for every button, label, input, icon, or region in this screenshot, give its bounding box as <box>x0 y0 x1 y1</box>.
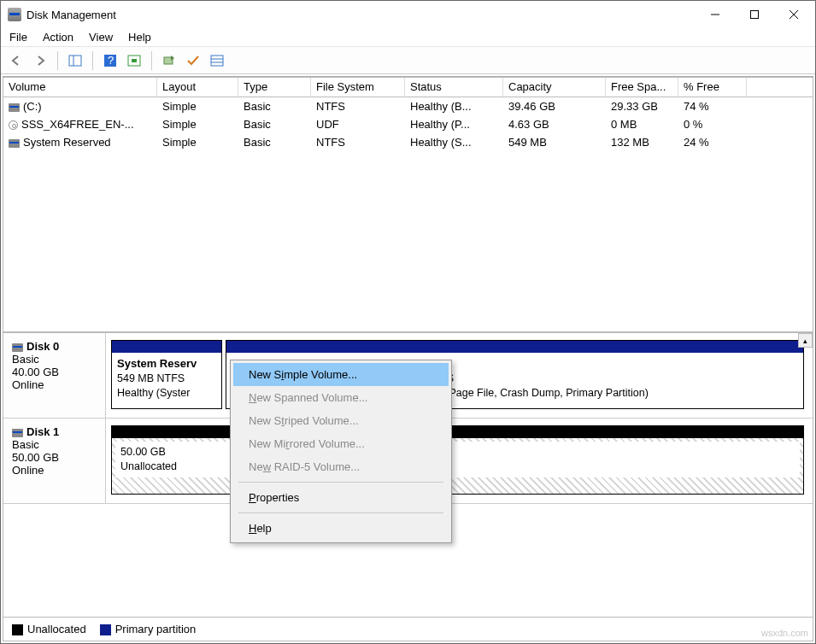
ctx-new-spanned-volume: New Spanned Volume... <box>233 386 449 409</box>
volume-list[interactable]: (C:)SimpleBasicNTFSHealthy (B...39.46 GB… <box>3 97 813 332</box>
menu-view[interactable]: View <box>89 31 113 44</box>
col-status[interactable]: Status <box>405 78 503 97</box>
col-layout[interactable]: Layout <box>157 78 238 97</box>
menu-file[interactable]: File <box>9 31 27 44</box>
volume-list-header: Volume Layout Type File System Status Ca… <box>3 77 813 97</box>
svg-text:?: ? <box>108 54 114 67</box>
col-free-space[interactable]: Free Spa... <box>606 78 678 97</box>
ctx-new-mirrored-volume: New Mirrored Volume... <box>233 432 449 455</box>
cd-icon <box>9 120 18 130</box>
volume-row[interactable]: (C:)SimpleBasicNTFSHealthy (B...39.46 GB… <box>3 97 813 115</box>
watermark: wsxdn.com <box>761 628 808 638</box>
partition[interactable]: 50.00 GBUnallocated <box>111 425 804 495</box>
show-hide-console-tree-button[interactable] <box>65 50 85 71</box>
svg-rect-4 <box>69 56 81 66</box>
volume-row[interactable]: System ReservedSimpleBasicNTFSHealthy (S… <box>3 133 813 151</box>
volume-row[interactable]: SSS_X64FREE_EN-...SimpleBasicUDFHealthy … <box>3 115 813 133</box>
ctx-properties[interactable]: Properties <box>233 486 449 509</box>
legend: Unallocated Primary partition <box>3 618 813 641</box>
titlebar: Disk Management <box>1 1 815 28</box>
toolbar: ? <box>1 47 815 74</box>
svg-rect-11 <box>211 56 223 66</box>
close-button[interactable] <box>774 2 813 27</box>
svg-rect-9 <box>132 59 137 62</box>
app-icon <box>8 8 21 21</box>
window-title: Disk Management <box>26 9 696 21</box>
col-percent-free[interactable]: % Free <box>678 78 747 97</box>
legend-primary-partition: Primary partition <box>100 623 197 635</box>
scroll-up-button[interactable]: ▴ <box>798 333 813 348</box>
col-filesystem[interactable]: File System <box>311 78 405 97</box>
maximize-button[interactable] <box>735 2 774 27</box>
minimize-button[interactable] <box>696 2 735 27</box>
svg-rect-1 <box>751 11 759 19</box>
back-button[interactable] <box>6 50 26 71</box>
forward-button[interactable] <box>30 50 50 71</box>
menu-action[interactable]: Action <box>43 31 73 44</box>
disk-icon <box>9 103 20 112</box>
disk-icon <box>12 429 23 437</box>
disk-icon <box>12 343 23 352</box>
menubar: File Action View Help <box>1 28 815 47</box>
refresh-button[interactable] <box>159 50 179 71</box>
help-button[interactable]: ? <box>100 50 120 71</box>
legend-unallocated: Unallocated <box>12 623 86 635</box>
disk-management-window: Disk Management File Action View Help ? … <box>0 0 816 644</box>
disk-icon <box>9 139 20 148</box>
col-volume[interactable]: Volume <box>3 78 157 97</box>
partition[interactable]: System Reserv549 MB NTFSHealthy (Syster <box>111 340 222 409</box>
ctx-new-simple-volume[interactable]: New Simple Volume... <box>233 363 449 386</box>
context-menu: New Simple Volume...New Spanned Volume..… <box>230 360 452 543</box>
ctx-help[interactable]: Help <box>233 517 449 540</box>
ctx-new-raid5-volume: New RAID-5 Volume... <box>233 455 449 478</box>
col-type[interactable]: Type <box>238 78 311 97</box>
list-mode-button[interactable] <box>207 50 227 71</box>
settings-button[interactable] <box>124 50 144 71</box>
disk-label[interactable]: Disk 0Basic40.00 GBOnline <box>3 333 106 418</box>
content-area: Volume Layout Type File System Status Ca… <box>3 76 813 641</box>
disk-label[interactable]: Disk 1Basic50.00 GBOnline <box>3 419 106 503</box>
col-capacity[interactable]: Capacity <box>503 78 606 97</box>
menu-help[interactable]: Help <box>128 31 151 44</box>
ctx-new-striped-volume: New Striped Volume... <box>233 409 449 432</box>
apply-button[interactable] <box>183 50 203 71</box>
